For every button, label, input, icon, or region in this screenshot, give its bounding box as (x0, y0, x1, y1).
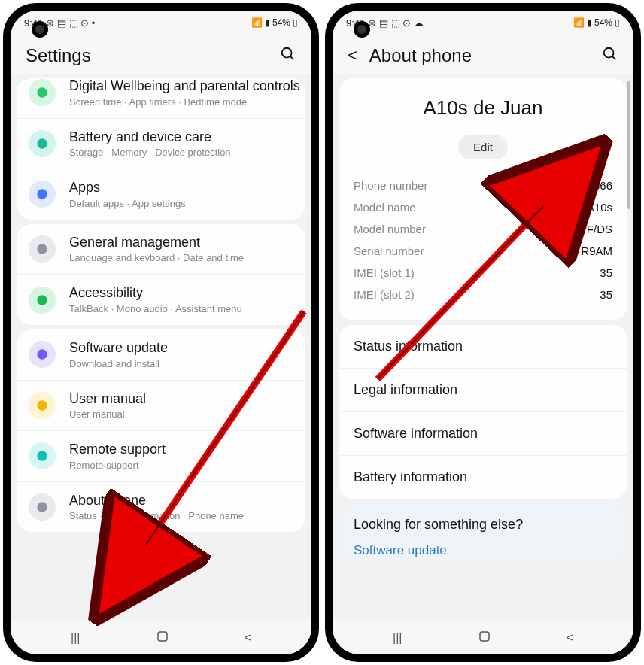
screen-left: 9:41 ⊜ ▤ ⬚ ⊙ • 📶 ▮ 54% ▯ Settings Digita… (11, 11, 311, 654)
row-title: Digital Wellbeing and parental controls (69, 78, 300, 95)
svg-point-10 (37, 502, 47, 512)
nav-bar: ||| < (11, 621, 311, 654)
recents-button[interactable]: ||| (71, 631, 80, 645)
info-label: IMEI (slot 2) (354, 288, 415, 301)
row-title: Apps (69, 180, 293, 196)
battery-icon: ▯ (293, 17, 298, 28)
signal-icon: ▮ (265, 17, 270, 28)
back-icon[interactable]: < (348, 46, 357, 65)
row-icon (29, 287, 56, 314)
home-button[interactable] (156, 630, 169, 646)
row-subtitle: Remote support (69, 460, 293, 471)
settings-card: Digital Wellbeing and parental controlsS… (17, 78, 305, 220)
battery-text: 54% (594, 17, 612, 28)
status-bar: 9:41 ⊜ ▤ ⬚ ⊙ • 📶 ▮ 54% ▯ (11, 11, 311, 35)
info-label: Model number (354, 223, 426, 235)
svg-line-1 (290, 56, 294, 59)
svg-point-3 (37, 138, 47, 148)
wifi-icon: 📶 (251, 17, 263, 28)
search-icon[interactable] (602, 46, 618, 66)
status-icons: ⊜ ▤ ⬚ ⊙ ☁ (368, 17, 423, 29)
device-card: A10s de Juan Edit Phone number+346666666… (339, 78, 627, 320)
row-icon (29, 493, 56, 521)
svg-point-7 (37, 350, 47, 360)
row-icon (29, 442, 56, 469)
row-icon (29, 181, 56, 208)
info-row: IMEI (slot 1)35 (354, 262, 612, 284)
page-title: About phone (369, 45, 590, 66)
svg-point-9 (37, 451, 47, 461)
info-link-row[interactable]: Software information (339, 412, 627, 456)
settings-row[interactable]: Digital Wellbeing and parental controlsS… (17, 78, 305, 119)
looking-card: Looking for something else? Software upd… (339, 503, 627, 561)
nav-bar: ||| < (333, 621, 633, 654)
info-value: R9AM (581, 244, 612, 257)
row-icon (29, 341, 56, 368)
row-title: User manual (69, 391, 293, 408)
row-subtitle: Status · Legal information · Phone name (69, 510, 293, 521)
back-button[interactable]: < (245, 631, 251, 645)
info-link-row[interactable]: Status information (339, 325, 627, 369)
row-title: Battery and device care (69, 129, 293, 146)
info-value: 35 (600, 288, 612, 301)
info-value: SM-A107F/DS (539, 223, 612, 235)
home-button[interactable] (478, 630, 491, 646)
row-icon (29, 235, 56, 263)
settings-row[interactable]: User manualUser manual (17, 381, 305, 432)
info-row: Phone number+34666666666 (354, 175, 612, 196)
settings-row[interactable]: Software updateDownload and install (17, 329, 305, 381)
looking-link[interactable]: Software update (354, 543, 612, 558)
edit-button[interactable]: Edit (458, 135, 508, 159)
info-value: 35 (600, 266, 612, 279)
wifi-icon: 📶 (573, 17, 585, 28)
svg-rect-11 (158, 632, 167, 641)
info-value: Galaxy A10s (549, 201, 612, 214)
row-title: About phone (69, 493, 293, 509)
svg-point-6 (37, 295, 47, 305)
camera-hole (32, 21, 48, 38)
info-link-row[interactable]: Legal information (339, 369, 627, 412)
settings-header: Settings (11, 35, 311, 74)
row-icon (29, 130, 56, 157)
svg-point-5 (37, 244, 47, 254)
info-row: Model numberSM-A107F/DS (354, 218, 612, 240)
battery-icon: ▯ (615, 17, 620, 28)
page-title: Settings (26, 45, 268, 66)
back-button[interactable]: < (567, 631, 573, 645)
row-title: Accessibility (69, 285, 293, 302)
info-label: Phone number (354, 179, 427, 192)
info-label: IMEI (slot 1) (354, 266, 415, 279)
svg-point-2 (37, 88, 47, 98)
about-header: < About phone (333, 35, 633, 74)
info-label: Model name (354, 201, 416, 214)
about-content[interactable]: A10s de Juan Edit Phone number+346666666… (333, 74, 633, 621)
settings-row[interactable]: About phoneStatus · Legal information · … (17, 482, 305, 533)
settings-row[interactable]: Battery and device careStorage · Memory … (17, 119, 305, 170)
row-subtitle: Default apps · App settings (69, 198, 293, 209)
info-link-row[interactable]: Battery information (339, 456, 627, 499)
row-subtitle: Storage · Memory · Device protection (69, 147, 293, 158)
row-subtitle: TalkBack · Mono audio · Assistant menu (69, 303, 293, 314)
recents-button[interactable]: ||| (393, 631, 402, 645)
svg-point-15 (604, 47, 614, 57)
settings-list[interactable]: Digital Wellbeing and parental controlsS… (11, 74, 311, 621)
settings-card: General managementLanguage and keyboard … (17, 224, 305, 325)
row-subtitle: Language and keyboard · Date and time (69, 252, 293, 263)
info-row: Model nameGalaxy A10s (354, 196, 612, 218)
settings-row[interactable]: AppsDefault apps · App settings (17, 169, 305, 220)
scrollbar[interactable] (627, 81, 630, 209)
settings-row[interactable]: AccessibilityTalkBack · Mono audio · Ass… (17, 275, 305, 325)
screen-right: 9:41 ⊜ ▤ ⬚ ⊙ ☁ 📶 ▮ 54% ▯ < About phone A… (333, 11, 633, 654)
row-subtitle: Download and install (69, 358, 293, 369)
settings-row[interactable]: General managementLanguage and keyboard … (17, 224, 305, 275)
settings-row[interactable]: Remote supportRemote support (17, 431, 305, 482)
search-icon[interactable] (280, 46, 296, 66)
looking-title: Looking for something else? (354, 517, 612, 533)
svg-line-16 (612, 56, 616, 59)
device-name: A10s de Juan (354, 96, 612, 120)
row-title: Remote support (69, 442, 293, 458)
row-subtitle: User manual (69, 408, 293, 420)
svg-point-0 (282, 47, 292, 57)
battery-text: 54% (272, 17, 290, 28)
camera-hole (354, 21, 370, 38)
